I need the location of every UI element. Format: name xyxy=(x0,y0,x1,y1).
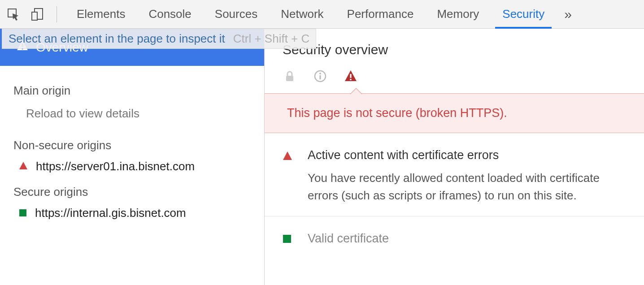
sidebar-body: Main origin Reload to view details Non-s… xyxy=(0,66,264,232)
svg-rect-3 xyxy=(22,43,23,47)
security-banner: This page is not secure (broken HTTPS). xyxy=(265,94,644,133)
info-icon xyxy=(313,69,327,83)
detail-valid-cert: Valid certificate xyxy=(265,216,644,253)
svg-rect-6 xyxy=(286,76,293,81)
non-secure-origin-item[interactable]: https://server01.ina.bisnet.com xyxy=(0,157,264,176)
warning-triangle-icon xyxy=(16,39,29,55)
svg-rect-9 xyxy=(319,75,321,79)
caret-divider xyxy=(265,93,644,94)
content-area: Overview Main origin Reload to view deta… xyxy=(0,29,644,285)
green-square-icon xyxy=(283,232,295,253)
lock-icon xyxy=(283,69,297,83)
tab-security[interactable]: Security xyxy=(491,0,556,28)
origin-url: https://server01.ina.bisnet.com xyxy=(36,160,195,173)
tab-sources[interactable]: Sources xyxy=(203,0,269,28)
warning-triangle-icon xyxy=(283,148,295,204)
panel-title: Security overview xyxy=(265,29,644,66)
non-secure-origins-label: Non-secure origins xyxy=(0,130,264,157)
origin-url: https://internal.gis.bisnet.com xyxy=(35,206,186,220)
devtools-tabs: Elements Console Sources Network Perform… xyxy=(65,0,556,28)
detail-cert-errors: Active content with certificate errors Y… xyxy=(265,133,644,216)
svg-rect-4 xyxy=(22,48,23,49)
detail-heading: Valid certificate xyxy=(308,232,626,246)
detail-text: Valid certificate xyxy=(308,232,626,253)
green-square-icon xyxy=(19,206,27,220)
detail-body: You have recently allowed content loaded… xyxy=(308,169,626,204)
svg-rect-10 xyxy=(350,74,351,78)
devtools-toolbar: Elements Console Sources Network Perform… xyxy=(0,0,644,29)
tab-performance[interactable]: Performance xyxy=(335,0,426,28)
overview-header[interactable]: Overview xyxy=(0,29,264,66)
toolbar-divider xyxy=(57,6,57,22)
svg-rect-11 xyxy=(350,79,351,80)
main-origin-label: Main origin xyxy=(0,75,264,102)
tab-console[interactable]: Console xyxy=(137,0,203,28)
warning-triangle-icon xyxy=(344,69,358,83)
device-toolbar-icon[interactable] xyxy=(30,6,46,22)
svg-rect-12 xyxy=(283,235,291,243)
secure-origin-item[interactable]: https://internal.gis.bisnet.com xyxy=(0,203,264,223)
secure-origins-label: Secure origins xyxy=(0,176,264,203)
more-tabs-icon[interactable]: » xyxy=(556,0,580,28)
svg-rect-2 xyxy=(32,12,37,20)
tab-memory[interactable]: Memory xyxy=(425,0,491,28)
security-sidebar: Overview Main origin Reload to view deta… xyxy=(0,29,265,285)
tab-network[interactable]: Network xyxy=(269,0,335,28)
status-icon-row xyxy=(265,66,644,89)
svg-point-8 xyxy=(319,73,321,74)
tab-elements[interactable]: Elements xyxy=(65,0,137,28)
warning-triangle-icon xyxy=(19,160,28,173)
security-panel: Security overview xyxy=(265,29,644,285)
main-origin-hint: Reload to view details xyxy=(0,102,264,130)
toolbar-icon-group xyxy=(0,6,65,22)
inspect-element-icon[interactable] xyxy=(5,6,22,22)
overview-label: Overview xyxy=(36,40,88,55)
detail-heading: Active content with certificate errors xyxy=(308,148,626,162)
detail-text: Active content with certificate errors Y… xyxy=(308,148,626,204)
svg-rect-5 xyxy=(19,209,26,216)
